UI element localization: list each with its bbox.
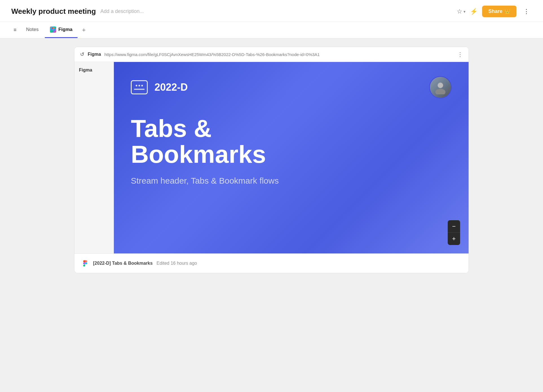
share-label: Share <box>488 8 502 14</box>
embed-url-text: https://www.figma.com/file/gLF0SCjAvnXew… <box>104 52 320 57</box>
share-button[interactable]: Share 👑 <box>482 6 516 17</box>
crown-icon: 👑 <box>505 9 510 14</box>
embed-more-button[interactable]: ⋮ <box>457 51 463 58</box>
footer-label: [2022-D] Tabs & Bookmarks <box>93 261 153 266</box>
browser-dot-1 <box>136 85 137 86</box>
svg-point-2 <box>438 83 443 88</box>
browser-icon <box>131 80 148 94</box>
figma-tab-icon <box>50 26 56 33</box>
embed-url-bar: ↺ Figma https://www.figma.com/file/gLF0S… <box>74 47 469 62</box>
menu-button[interactable]: ≡ <box>11 23 19 37</box>
header: Weekly product meeting Add a description… <box>0 0 543 22</box>
main-content: ↺ Figma https://www.figma.com/file/gLF0S… <box>0 38 543 392</box>
browser-dot-2 <box>138 85 140 86</box>
svg-point-1 <box>435 89 445 94</box>
embed-footer: [2022-D] Tabs & Bookmarks Edited 16 hour… <box>74 253 469 273</box>
add-description[interactable]: Add a description... <box>100 8 144 14</box>
chevron-down-icon: ▾ <box>463 9 465 14</box>
tab-figma[interactable]: Figma <box>45 22 78 38</box>
browser-address-bar <box>134 89 145 90</box>
figma-sidebar-label: Figma <box>74 62 114 253</box>
more-button[interactable]: ⋮ <box>521 7 532 16</box>
header-left: Weekly product meeting Add a description… <box>11 7 144 16</box>
figma-main-title: Tabs &Bookmarks <box>131 115 452 168</box>
figma-title-row: 2022-D <box>131 80 188 94</box>
add-tab-button[interactable]: + <box>79 24 89 36</box>
browser-dots <box>136 85 143 86</box>
star-button[interactable]: ☆ ▾ <box>457 8 465 15</box>
figma-canvas-header: 2022-D <box>131 76 452 99</box>
zoom-controls: − + <box>448 220 460 245</box>
figma-doc-title: 2022-D <box>154 81 188 93</box>
more-icon: ⋮ <box>523 8 529 15</box>
figma-logo-icon <box>81 259 89 267</box>
star-icon: ☆ <box>457 8 462 15</box>
embed-more-icon: ⋮ <box>457 51 463 57</box>
tab-bar: ≡ Notes Figma + <box>0 22 543 38</box>
lightning-button[interactable]: ⚡ <box>470 8 478 15</box>
tab-notes[interactable]: Notes <box>21 22 44 38</box>
menu-icon: ≡ <box>14 27 17 33</box>
figma-subtitle: Stream header, Tabs & Bookmark flows <box>131 176 452 186</box>
zoom-out-button[interactable]: − <box>448 220 460 233</box>
figma-canvas: 2022-D Tabs &Bookm <box>114 62 469 253</box>
avatar <box>429 76 452 99</box>
refresh-icon[interactable]: ↺ <box>80 51 84 57</box>
lightning-icon: ⚡ <box>470 8 478 15</box>
embed-site-name: Figma <box>88 52 101 57</box>
figma-preview: Figma 2022-D <box>74 62 469 253</box>
add-icon: + <box>82 26 86 34</box>
browser-dot-3 <box>141 85 143 86</box>
tab-notes-label: Notes <box>26 27 39 32</box>
avatar-image <box>430 77 451 98</box>
footer-time: Edited 16 hours ago <box>156 261 197 266</box>
header-right: ☆ ▾ ⚡ Share 👑 ⋮ <box>457 6 532 17</box>
embed-url-left: ↺ Figma https://www.figma.com/file/gLF0S… <box>80 51 320 57</box>
embed-card: ↺ Figma https://www.figma.com/file/gLF0S… <box>74 47 469 273</box>
footer-label-bold: [2022-D] Tabs & Bookmarks <box>93 261 153 266</box>
zoom-in-button[interactable]: + <box>448 233 460 245</box>
page-title: Weekly product meeting <box>11 7 96 16</box>
tab-figma-label: Figma <box>58 27 72 32</box>
